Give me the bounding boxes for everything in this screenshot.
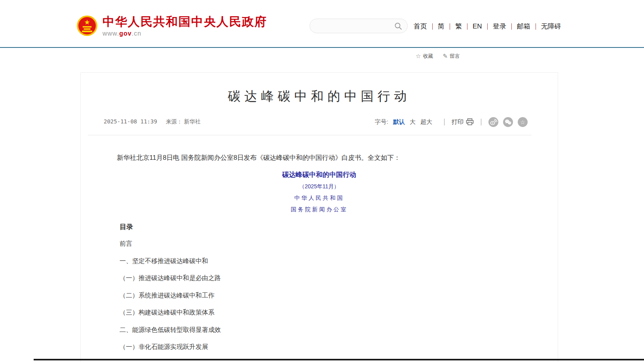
toc-item: （二）系统推进碳达峰碳中和工作 bbox=[120, 292, 221, 299]
brand-text: 中华人民共和国中央人民政府 www.gov.cn bbox=[103, 15, 267, 37]
fontsize-large-button[interactable]: 大 bbox=[410, 118, 416, 126]
toc-title: 目录 bbox=[120, 222, 133, 231]
share-wechat-icon[interactable] bbox=[503, 117, 513, 127]
svg-text:☆: ☆ bbox=[520, 119, 525, 125]
share-icons: ☆ bbox=[488, 117, 528, 127]
favorite-label: 收藏 bbox=[423, 53, 433, 60]
article-title: 碳达峰碳中和的中国行动 bbox=[81, 87, 558, 105]
nav-simplified[interactable]: 简 bbox=[438, 22, 445, 31]
article-meta-left: 2025-11-08 11:39 来源： 新华社 bbox=[104, 118, 201, 125]
site-title: 中华人民共和国中央人民政府 bbox=[103, 15, 267, 28]
nav-english[interactable]: EN bbox=[473, 23, 482, 30]
site-url[interactable]: www.gov.cn bbox=[103, 30, 267, 37]
share-favorite-icon[interactable]: ☆ bbox=[518, 117, 528, 127]
nav-separator bbox=[432, 23, 433, 30]
nav-accessibility[interactable]: 无障碍 bbox=[541, 22, 561, 31]
meta-divider-line bbox=[88, 135, 532, 135]
toolbar-separator bbox=[481, 119, 481, 125]
article-card: 碳达峰碳中和的中国行动 2025-11-08 11:39 来源： 新华社 字号:… bbox=[80, 72, 558, 362]
nav-separator bbox=[450, 23, 450, 30]
document-date: （2025年11月） bbox=[81, 183, 558, 190]
share-weibo-icon[interactable] bbox=[488, 117, 498, 127]
comment-button[interactable]: ✎ 留言 bbox=[443, 53, 460, 60]
nav-mail[interactable]: 邮箱 bbox=[517, 22, 530, 31]
source-value: 新华社 bbox=[184, 118, 201, 125]
header-nav: 首页 简 繁 EN 登录 邮箱 无障碍 bbox=[414, 22, 561, 31]
pencil-icon: ✎ bbox=[443, 53, 448, 60]
fontsize-default-button[interactable]: 默认 bbox=[393, 118, 405, 126]
toc-item: 一、坚定不移推进碳达峰碳中和 bbox=[120, 257, 221, 265]
site-header: ★ 中华人民共和国中央人民政府 www.gov.cn 首页 简 繁 bbox=[0, 0, 644, 47]
fontsize-label: 字号: bbox=[375, 118, 388, 126]
nav-traditional[interactable]: 繁 bbox=[455, 22, 462, 31]
source-label: 来源： bbox=[166, 118, 182, 125]
nav-separator bbox=[536, 23, 536, 30]
toc-item: （一）非化石能源实现跃升发展 bbox=[120, 343, 221, 351]
toolbar-separator bbox=[444, 119, 445, 125]
nav-login[interactable]: 登录 bbox=[493, 22, 506, 31]
toc-item: 前言 bbox=[120, 240, 221, 248]
page: ★ 中华人民共和国中央人民政府 www.gov.cn 首页 简 繁 bbox=[0, 0, 644, 362]
article-date: 2025-11-08 11:39 bbox=[104, 118, 157, 125]
favorite-button[interactable]: ☆ 收藏 bbox=[416, 53, 433, 60]
site-brand-link[interactable]: ★ 中华人民共和国中央人民政府 www.gov.cn bbox=[76, 15, 267, 37]
nav-separator bbox=[487, 23, 488, 30]
article-meta-bar: 2025-11-08 11:39 来源： 新华社 字号: 默认 大 超大 打印 bbox=[104, 116, 528, 127]
comment-label: 留言 bbox=[450, 53, 460, 60]
document-title: 碳达峰碳中和的中国行动 bbox=[81, 171, 558, 179]
print-label: 打印 bbox=[452, 118, 464, 126]
nav-home[interactable]: 首页 bbox=[414, 22, 427, 31]
toc-item: （一）推进碳达峰碳中和是必由之路 bbox=[120, 274, 221, 282]
url-cn: .cn bbox=[132, 30, 141, 37]
toc-item: （三）构建碳达峰碳中和政策体系 bbox=[120, 309, 221, 317]
url-gov: gov bbox=[119, 30, 131, 37]
fontsize-xlarge-button[interactable]: 超大 bbox=[420, 118, 432, 126]
table-of-contents: 前言 一、坚定不移推进碳达峰碳中和 （一）推进碳达峰碳中和是必由之路 （二）系统… bbox=[120, 240, 221, 360]
article-intro-paragraph: 新华社北京11月8日电 国务院新闻办公室8日发布《碳达峰碳中和的中国行动》白皮书… bbox=[104, 153, 522, 162]
document-publisher-line1: 中华人民共和国 bbox=[81, 194, 558, 201]
nav-separator bbox=[467, 23, 467, 30]
toc-item: 二、能源绿色低碳转型取得显著成效 bbox=[120, 326, 221, 334]
nav-separator bbox=[511, 23, 512, 30]
bottom-edge-line bbox=[34, 359, 644, 360]
emblem-star: ★ bbox=[84, 19, 90, 26]
star-outline-icon: ☆ bbox=[416, 53, 421, 60]
url-www: www. bbox=[103, 30, 119, 37]
search-box[interactable] bbox=[310, 19, 408, 33]
page-actions: ☆ 收藏 ✎ 留言 bbox=[416, 53, 460, 60]
search-input[interactable] bbox=[310, 19, 394, 33]
article-toolbar: 字号: 默认 大 超大 打印 bbox=[375, 117, 528, 127]
article-source: 来源： 新华社 bbox=[166, 118, 201, 125]
national-emblem-logo: ★ bbox=[76, 15, 98, 36]
header-divider-line bbox=[0, 47, 644, 48]
print-button[interactable]: 打印 bbox=[452, 118, 474, 126]
document-publisher-line2: 国务院新闻办公室 bbox=[81, 206, 558, 213]
search-icon[interactable] bbox=[394, 22, 403, 30]
document-heading-block: 碳达峰碳中和的中国行动 （2025年11月） 中华人民共和国 国务院新闻办公室 bbox=[81, 171, 558, 213]
printer-icon bbox=[466, 118, 474, 125]
